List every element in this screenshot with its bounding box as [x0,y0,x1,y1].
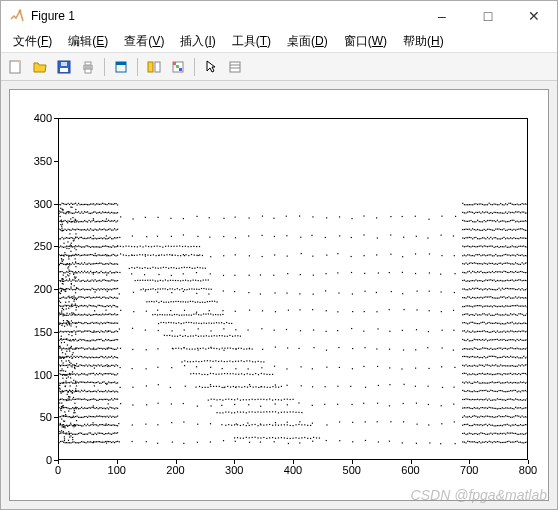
close-button[interactable]: ✕ [511,1,557,31]
print-button[interactable] [77,56,99,78]
maximize-button[interactable]: □ [465,1,511,31]
figure-window: Figure 1 – □ ✕ 文件(F)编辑(E)查看(V)插入(I)工具(T)… [0,0,558,510]
open-button[interactable] [29,56,51,78]
xtick-mark [117,460,118,464]
menu-item-6[interactable]: 窗口(W) [338,31,393,52]
ytick-mark [54,204,58,205]
svg-rect-10 [148,62,153,72]
save-icon [56,59,72,75]
ytick-mark [54,289,58,290]
data-cursor-icon [227,59,243,75]
svg-rect-4 [61,62,67,66]
svg-rect-11 [155,62,160,72]
svg-rect-6 [85,62,91,65]
xtick-mark [58,460,59,464]
xtick-mark [176,460,177,464]
menubar: 文件(F)编辑(E)查看(V)插入(I)工具(T)桌面(D)窗口(W)帮助(H) [1,31,557,53]
save-button[interactable] [53,56,75,78]
menu-item-3[interactable]: 插入(I) [174,31,221,52]
new-figure-icon [8,59,24,75]
axes[interactable]: 0501001502002503003504000100200300400500… [58,118,528,460]
svg-rect-15 [179,68,182,71]
ytick-mark [54,118,58,119]
link-icon [146,59,162,75]
toolbar-separator [137,58,138,76]
menu-item-2[interactable]: 查看(V) [118,31,170,52]
link-button[interactable] [143,56,165,78]
minimize-button[interactable]: – [419,1,465,31]
edit-icon [113,59,129,75]
toolbar-separator [194,58,195,76]
menu-item-0[interactable]: 文件(F) [7,31,58,52]
pointer-button[interactable] [200,56,222,78]
xtick-mark [293,460,294,464]
ytick-mark [54,375,58,376]
ytick-mark [54,417,58,418]
scatter-plot [59,119,527,459]
menu-item-5[interactable]: 桌面(D) [281,31,334,52]
toolbar [1,53,557,81]
print-icon [80,59,96,75]
svg-rect-14 [176,65,179,68]
open-icon [32,59,48,75]
xtick-mark [411,460,412,464]
xtick-mark [352,460,353,464]
data-cursor-button[interactable] [224,56,246,78]
figure-panel: 0501001502002503003504000100200300400500… [9,89,549,501]
xtick-mark [528,460,529,464]
menu-item-1[interactable]: 编辑(E) [62,31,114,52]
svg-rect-1 [10,61,20,73]
watermark: CSDN @fpga&matlab [411,487,547,503]
svg-rect-16 [230,62,240,72]
window-title: Figure 1 [31,9,75,23]
ytick-mark [54,161,58,162]
svg-rect-7 [85,69,91,73]
pointer-icon [203,59,219,75]
svg-rect-3 [60,68,68,72]
xtick-mark [469,460,470,464]
titlebar: Figure 1 – □ ✕ [1,1,557,31]
svg-rect-13 [173,62,176,65]
plot-box [58,118,528,460]
svg-rect-9 [116,62,126,65]
figure-area: 0501001502002503003504000100200300400500… [1,81,557,509]
colorbar-button[interactable] [167,56,189,78]
titlebar-left: Figure 1 [9,8,75,24]
menu-item-4[interactable]: 工具(T) [226,31,277,52]
window-controls: – □ ✕ [419,1,557,31]
ytick-mark [54,246,58,247]
colorbar-icon [170,59,186,75]
ytick-mark [54,332,58,333]
matlab-icon [9,8,25,24]
toolbar-separator [104,58,105,76]
menu-item-7[interactable]: 帮助(H) [397,31,450,52]
xtick-mark [234,460,235,464]
svg-point-0 [19,10,22,13]
new-figure-button[interactable] [5,56,27,78]
edit-plot-button[interactable] [110,56,132,78]
